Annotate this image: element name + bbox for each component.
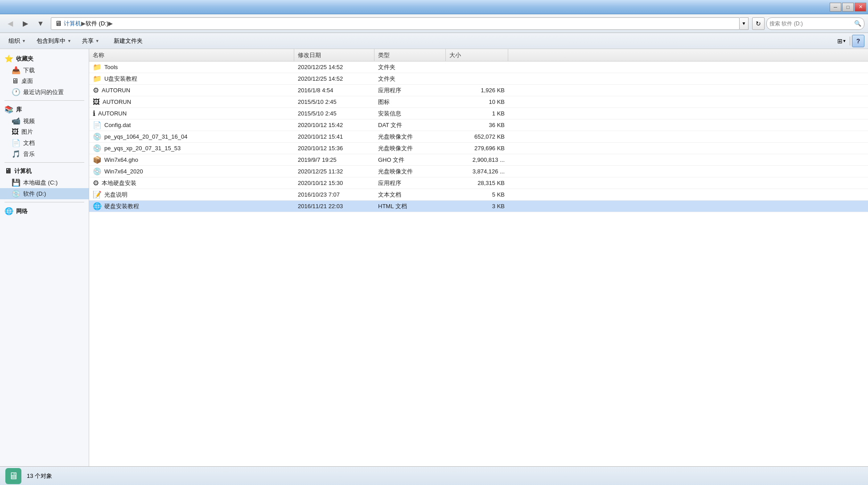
minimize-button[interactable]: ─	[830, 3, 841, 12]
sidebar-item-documents[interactable]: 📄 文档	[0, 137, 89, 148]
status-app-icon-symbol: 🖥	[8, 470, 18, 482]
organize-label: 组织	[8, 37, 20, 45]
file-date-cell: 2020/10/12 15:36	[294, 143, 374, 154]
table-row[interactable]: 📁 U盘安装教程 2020/12/25 14:52 文件夹	[89, 73, 868, 85]
table-row[interactable]: 💿 pe_yqs_xp_20_07_31_15_53 2020/10/12 15…	[89, 143, 868, 154]
file-date-cell: 2020/10/12 15:42	[294, 119, 374, 131]
table-row[interactable]: ℹ AUTORUN 2015/5/10 2:45 安装信息 1 KB	[89, 108, 868, 119]
table-row[interactable]: 📁 Tools 2020/12/25 14:52 文件夹	[89, 62, 868, 73]
table-row[interactable]: 🌐 硬盘安装教程 2016/11/21 22:03 HTML 文档 3 KB	[89, 201, 868, 212]
recent-icon: 🕐	[12, 88, 21, 96]
search-bar[interactable]: 🔍	[766, 17, 864, 30]
file-area: 名称 修改日期 类型 大小 📁 Tools 2020/12/25 14:52 文…	[89, 49, 868, 466]
secondary-toolbar: 组织 ▼ 包含到库中 ▼ 共享 ▼ 新建文件夹 ⊞ ▼ ?	[0, 33, 868, 49]
file-icon: 🖼	[93, 98, 100, 106]
sidebar-item-downloads[interactable]: 📥 下载	[0, 65, 89, 76]
refresh-button[interactable]: ↻	[752, 17, 765, 30]
file-date-cell: 2020/12/25 14:52	[294, 62, 374, 73]
col-header-date[interactable]: 修改日期	[294, 49, 374, 61]
file-icon: ⚙	[93, 179, 99, 187]
help-button[interactable]: ?	[852, 35, 864, 47]
file-icon: 📁	[93, 74, 102, 83]
col-header-type[interactable]: 类型	[374, 49, 446, 61]
sidebar-item-c-drive[interactable]: 💾 本地磁盘 (C:)	[0, 177, 89, 188]
file-date-cell: 2020/12/25 11:32	[294, 166, 374, 177]
file-name: pe_yqs_1064_20_07_31_16_04	[104, 133, 188, 140]
file-name: AUTORUN	[98, 110, 127, 117]
table-row[interactable]: ⚙ AUTORUN 2016/1/8 4:54 应用程序 1,926 KB	[89, 85, 868, 96]
file-icon: 💿	[93, 132, 102, 141]
file-icon: 💿	[93, 167, 102, 176]
file-name: 光盘说明	[104, 191, 128, 199]
file-date-cell: 2019/9/7 19:25	[294, 154, 374, 165]
file-type-cell: 应用程序	[374, 177, 446, 189]
col-header-size[interactable]: 大小	[446, 49, 508, 61]
recent-label: 最近访问的位置	[23, 88, 64, 96]
include-in-library-button[interactable]: 包含到库中 ▼	[32, 35, 76, 47]
file-icon: 🌐	[93, 202, 102, 210]
file-name-cell: 💿 Win7x64_2020	[89, 166, 294, 177]
file-name-cell: 📦 Win7x64.gho	[89, 154, 294, 165]
file-name: Win7x64_2020	[104, 168, 143, 175]
forward-button[interactable]: ▶	[19, 17, 32, 30]
c-drive-label: 本地磁盘 (C:)	[23, 179, 58, 187]
status-app-icon: 🖥	[5, 468, 21, 484]
file-date-cell: 2015/5/10 2:45	[294, 108, 374, 119]
table-row[interactable]: 💿 pe_yqs_1064_20_07_31_16_04 2020/10/12 …	[89, 131, 868, 143]
status-count: 13 个对象	[27, 472, 52, 480]
sidebar-item-recent[interactable]: 🕐 最近访问的位置	[0, 86, 89, 98]
sidebar-item-music[interactable]: 🎵 音乐	[0, 148, 89, 160]
file-type-cell: 文件夹	[374, 62, 446, 73]
file-type-cell: 光盘映像文件	[374, 131, 446, 142]
file-name-cell: 💿 pe_yqs_1064_20_07_31_16_04	[89, 131, 294, 142]
sidebar-divider-1	[4, 100, 84, 101]
file-name: AUTORUN	[103, 99, 131, 105]
maximize-button[interactable]: □	[842, 3, 854, 12]
include-lib-arrow-icon: ▼	[67, 39, 71, 43]
table-row[interactable]: 📄 Config.dat 2020/10/12 15:42 DAT 文件 36 …	[89, 119, 868, 131]
downloads-label: 下载	[23, 66, 35, 74]
view-options-button[interactable]: ⊞ ▼	[835, 35, 848, 47]
share-button[interactable]: 共享 ▼	[77, 35, 104, 47]
new-folder-button[interactable]: 新建文件夹	[109, 35, 148, 47]
sidebar-item-video[interactable]: 📹 视频	[0, 115, 89, 127]
close-button[interactable]: ✕	[855, 3, 866, 12]
sidebar-item-pictures[interactable]: 🖼 图片	[0, 127, 89, 137]
video-label: 视频	[23, 117, 35, 125]
col-header-name[interactable]: 名称	[89, 49, 294, 61]
sidebar-title-library: 📚 库	[0, 103, 89, 115]
include-in-library-label: 包含到库中	[37, 37, 66, 45]
back-button[interactable]: ◀	[4, 17, 17, 30]
file-type-cell: 应用程序	[374, 85, 446, 96]
address-dropdown-button[interactable]: ▼	[740, 17, 749, 30]
star-icon: ⭐	[4, 54, 13, 63]
sidebar: ⭐ 收藏夹 📥 下载 🖥 桌面 🕐 最近访问的位置 📚 库	[0, 49, 89, 466]
sidebar-title-computer: 🖥 计算机	[0, 165, 89, 177]
file-size-cell	[446, 62, 508, 73]
network-icon: 🌐	[4, 207, 13, 215]
file-icon: 📝	[93, 190, 102, 199]
table-row[interactable]: 📦 Win7x64.gho 2019/9/7 19:25 GHO 文件 2,90…	[89, 154, 868, 166]
table-row[interactable]: 🖼 AUTORUN 2015/5/10 2:45 图标 10 KB	[89, 96, 868, 108]
file-size-cell: 36 KB	[446, 119, 508, 131]
sidebar-item-desktop[interactable]: 🖥 桌面	[0, 76, 89, 86]
d-drive-label: 软件 (D:)	[23, 190, 46, 198]
file-icon: 💿	[93, 144, 102, 152]
file-size-cell: 279,696 KB	[446, 143, 508, 154]
file-name: Config.dat	[104, 122, 131, 128]
file-icon: 📄	[93, 121, 102, 129]
file-name-cell: 💿 pe_yqs_xp_20_07_31_15_53	[89, 143, 294, 154]
search-input[interactable]	[769, 21, 852, 27]
recent-locations-button[interactable]: ▼	[34, 17, 47, 30]
table-row[interactable]: ⚙ 本地硬盘安装 2020/10/12 15:30 应用程序 28,315 KB	[89, 177, 868, 189]
table-row[interactable]: 💿 Win7x64_2020 2020/12/25 11:32 光盘映像文件 3…	[89, 166, 868, 177]
organize-button[interactable]: 组织 ▼	[4, 35, 31, 47]
sidebar-divider-3	[4, 202, 84, 202]
table-row[interactable]: 📝 光盘说明 2016/10/23 7:07 文本文档 5 KB	[89, 189, 868, 201]
address-bar[interactable]: 🖥 计算机 ▶ 软件 (D:) ▶	[51, 17, 740, 30]
file-icon: ⚙	[93, 86, 99, 95]
file-name-cell: 📝 光盘说明	[89, 189, 294, 200]
file-name-cell: 🖼 AUTORUN	[89, 96, 294, 107]
file-date-cell: 2020/10/12 15:41	[294, 131, 374, 142]
sidebar-item-d-drive[interactable]: 💿 软件 (D:)	[0, 188, 89, 199]
